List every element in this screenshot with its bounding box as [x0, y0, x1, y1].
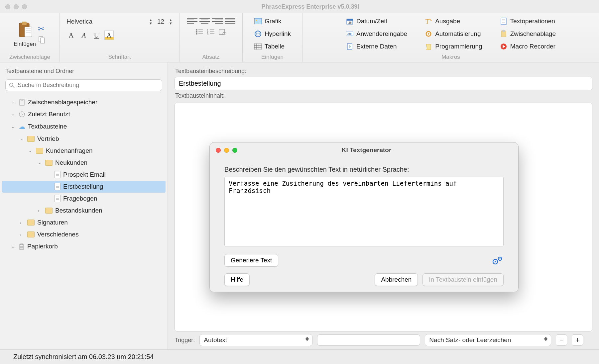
settings-gears-icon[interactable] — [492, 255, 504, 265]
paste-button[interactable]: Einfügen — [14, 20, 36, 47]
table-icon — [254, 43, 262, 50]
tree-item-recent[interactable]: ⌄Zuletzt Benutzt — [2, 108, 166, 120]
dialog-titlebar: KI Textgenerator — [210, 142, 518, 158]
trigger-mode-select[interactable]: Nach Satz- oder Leerzeichen — [425, 334, 551, 346]
tree-item-newcustomers[interactable]: ⌄Neukunden — [2, 157, 166, 169]
paragraph-settings-button[interactable] — [218, 29, 226, 35]
globe-icon — [254, 30, 262, 38]
trash-icon — [19, 243, 25, 250]
macro-userinput-button[interactable]: AB|Anwendereingabe — [344, 29, 409, 39]
tree-item-trash[interactable]: ⌄Papierkorb — [2, 240, 166, 252]
highlight-button[interactable]: A — [104, 31, 114, 40]
dialog-minimize-button[interactable] — [224, 148, 229, 153]
align-justify-button[interactable] — [225, 16, 235, 25]
insert-graphic-button[interactable]: Grafik — [252, 16, 284, 27]
svg-rect-20 — [219, 29, 224, 35]
numbered-list-button[interactable]: 123 — [207, 29, 215, 35]
folder-icon — [36, 148, 43, 154]
search-box[interactable] — [5, 79, 162, 91]
dialog-close-button[interactable] — [216, 148, 221, 153]
svg-point-50 — [10, 83, 13, 86]
prompt-textarea[interactable] — [224, 177, 504, 246]
tree-item-prospect[interactable]: ›Prospekt Email — [2, 169, 166, 181]
tree-item-phrases[interactable]: ⌄☁Textbausteine — [2, 120, 166, 133]
close-window-button[interactable] — [5, 4, 10, 9]
tree-item-misc[interactable]: ›Verschiedenes — [2, 228, 166, 240]
description-input[interactable] — [175, 77, 592, 90]
macro-automation-button[interactable]: Automatisierung — [422, 29, 484, 39]
align-right-button[interactable] — [212, 16, 223, 25]
svg-line-39 — [429, 19, 431, 21]
svg-text:T: T — [425, 18, 429, 25]
svg-point-66 — [500, 258, 501, 259]
svg-text:AB|: AB| — [347, 33, 352, 36]
document-icon — [500, 17, 508, 25]
tree: ⌄Zwischenablagespeicher ⌄Zuletzt Benutzt… — [0, 94, 168, 349]
image-icon — [254, 17, 262, 25]
tree-item-existing[interactable]: ›Bestandskunden — [2, 205, 166, 217]
macro-datetime-button[interactable]: 28Datum/Zeit — [344, 16, 409, 27]
traffic-lights — [5, 4, 27, 9]
cancel-button[interactable]: Abbrechen — [375, 273, 418, 286]
bullet-list-button[interactable] — [196, 29, 204, 35]
sidebar-title: Textbausteine und Ordner — [0, 66, 168, 77]
ribbon-group-font: Helvetica ▲▼ 12 ▲▼ A A U A Schriftart — [60, 13, 180, 62]
macro-output-button[interactable]: TAusgabe — [422, 16, 484, 27]
ribbon-group-clipboard: Einfügen ✂ Zwischenablage — [0, 13, 60, 62]
clipboard-icon — [19, 99, 25, 106]
macro-externaldata-button[interactable]: Externe Daten — [344, 41, 409, 52]
input-icon: AB| — [346, 30, 354, 38]
insert-hyperlink-button[interactable]: Hyperlink — [252, 29, 293, 39]
dialog-zoom-button[interactable] — [232, 148, 237, 153]
align-center-button[interactable] — [199, 16, 210, 25]
format-font-button[interactable]: A — [66, 31, 76, 40]
underline-button[interactable]: U — [92, 31, 101, 40]
italic-button[interactable]: A — [79, 31, 88, 40]
tree-item-clipboard[interactable]: ⌄Zwischenablagespeicher — [2, 96, 166, 108]
macro-recorder-button[interactable]: Macro Recorder — [498, 41, 558, 52]
font-name-stepper[interactable]: ▲▼ — [149, 18, 153, 25]
tree-item-signatures[interactable]: ›Signaturen — [2, 217, 166, 228]
ai-textgenerator-dialog: KI Textgenerator Beschreiben Sie den gew… — [209, 142, 519, 292]
macro-textops-button[interactable]: Textoperationen — [498, 16, 558, 27]
output-icon: T — [424, 17, 432, 25]
macro-programming-button[interactable]: Programmierung — [422, 41, 484, 52]
align-left-button[interactable] — [187, 16, 197, 25]
dialog-title: KI Textgenerator — [237, 146, 512, 154]
svg-rect-42 — [501, 18, 506, 25]
calendar-icon: 28 — [346, 17, 354, 25]
folder-icon — [27, 220, 35, 226]
group-label-insert: Einfügen — [261, 54, 284, 60]
sidebar: Textbausteine und Ordner ⌄Zwischenablage… — [0, 62, 168, 349]
generate-button[interactable]: Generiere Text — [224, 254, 278, 267]
cut-button[interactable]: ✂ — [38, 24, 46, 34]
ribbon: Einfügen ✂ Zwischenablage Helvetica ▲▼ 1… — [0, 13, 599, 62]
zoom-window-button[interactable] — [22, 4, 27, 9]
tree-item-survey[interactable]: ›Fragebogen — [2, 193, 166, 205]
macro-clipboard-button[interactable]: Zwischenablage — [498, 29, 558, 39]
add-trigger-button[interactable]: + — [572, 334, 583, 346]
svg-rect-47 — [502, 30, 505, 32]
copy-button[interactable] — [38, 36, 46, 44]
svg-text:3: 3 — [207, 33, 208, 35]
tree-item-sales[interactable]: ⌄Vertrieb — [2, 133, 166, 145]
group-label-paragraph: Absatz — [202, 54, 220, 60]
minimize-window-button[interactable] — [14, 4, 19, 9]
svg-point-12 — [196, 33, 197, 35]
clipboard-icon — [16, 20, 34, 40]
tree-item-inquiries[interactable]: ⌄Kundenanfragen — [2, 145, 166, 157]
font-size-selector[interactable]: 12 — [157, 18, 164, 25]
autotext-input[interactable] — [317, 334, 420, 346]
ribbon-group-insert: Grafik Hyperlink Tabelle Einfügen — [243, 13, 302, 62]
insert-table-button[interactable]: Tabelle — [252, 41, 287, 52]
trigger-type-select[interactable]: Autotext — [199, 334, 312, 346]
data-icon — [346, 43, 354, 50]
font-name-selector[interactable]: Helvetica — [66, 18, 92, 25]
tree-item-firstorder[interactable]: ›Erstbestellung — [2, 181, 166, 193]
remove-trigger-button[interactable]: − — [556, 334, 567, 346]
help-button[interactable]: Hilfe — [224, 273, 250, 286]
svg-rect-7 — [41, 38, 45, 43]
ribbon-group-paragraph: 123 Absatz — [180, 13, 243, 62]
search-input[interactable] — [18, 82, 159, 89]
font-size-stepper[interactable]: ▲▼ — [169, 18, 173, 25]
